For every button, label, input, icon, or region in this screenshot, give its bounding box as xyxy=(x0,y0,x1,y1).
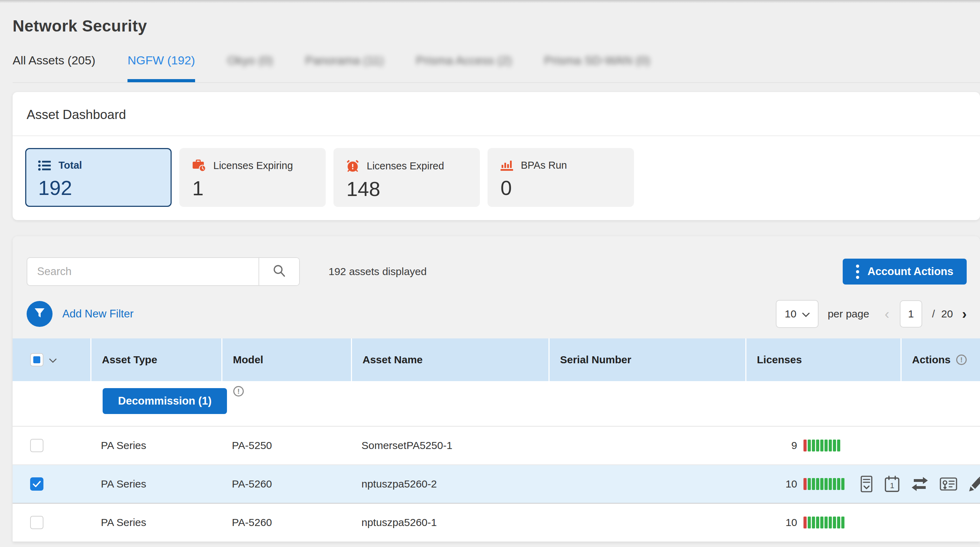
prev-page-icon[interactable]: ‹ xyxy=(885,306,889,322)
stat-value: 1 xyxy=(192,176,314,200)
license-count: 10 xyxy=(745,517,797,528)
asset-name-cell: nptuszpa5260-2 xyxy=(351,478,549,490)
actions-info-icon[interactable]: ! xyxy=(956,355,967,365)
top-edge-strip xyxy=(0,0,980,3)
page-separator: / xyxy=(932,308,935,320)
kebab-icon xyxy=(856,265,859,279)
table-toolbar: 192 assets displayed Account Actions xyxy=(13,236,980,286)
stat-label: Licenses Expiring xyxy=(213,160,293,171)
search-box xyxy=(27,257,300,286)
page-header: Network Security All Assets (205) NGFW (… xyxy=(0,3,980,83)
asset-type-cell: PA Series xyxy=(91,517,221,528)
tab-prisma-access[interactable]: Prisma Access (2) xyxy=(416,54,512,82)
select-all-cell xyxy=(13,338,91,381)
account-actions-button[interactable]: Account Actions xyxy=(843,258,967,285)
row-checkbox[interactable] xyxy=(30,439,43,452)
col-licenses[interactable]: Licenses xyxy=(745,338,900,381)
per-page-label: per page xyxy=(828,308,869,320)
network-security-page: Network Security All Assets (205) NGFW (… xyxy=(0,0,980,547)
select-menu-chevron-icon[interactable] xyxy=(49,354,57,366)
software-versions-icon[interactable] xyxy=(860,476,873,492)
table-header-row: Asset Type Model Asset Name Serial Numbe… xyxy=(13,338,980,381)
stat-label: BPAs Run xyxy=(521,160,567,171)
tab-okyo[interactable]: Okyo (0) xyxy=(228,54,273,82)
chevron-down-icon xyxy=(802,308,810,320)
bar-chart-icon xyxy=(501,160,513,171)
assets-displayed-text: 192 assets displayed xyxy=(329,266,426,277)
col-serial-number[interactable]: Serial Number xyxy=(549,338,745,381)
pagination: 10 per page ‹ / 20 › xyxy=(776,300,967,328)
stat-label: Total xyxy=(59,160,82,171)
alarm-clock-icon xyxy=(347,160,359,172)
decommission-info-icon[interactable]: ! xyxy=(233,386,244,396)
stat-value: 0 xyxy=(501,176,622,200)
tab-panorama[interactable]: Panorama (11) xyxy=(305,54,383,82)
stat-value: 192 xyxy=(38,176,160,200)
col-actions[interactable]: Actions ! xyxy=(900,338,980,381)
transfer-arrows-icon[interactable] xyxy=(911,477,929,491)
next-page-icon[interactable]: › xyxy=(962,306,967,322)
stat-card-total[interactable]: Total 192 xyxy=(25,148,172,207)
page-title: Network Security xyxy=(13,16,980,35)
per-page-select[interactable]: 10 xyxy=(776,300,819,328)
stat-cards: Total 192 Licenses Expiring 1 xyxy=(13,136,980,220)
table-row[interactable]: PA Series PA-5260 nptuszpa5260-2 10 1 xyxy=(13,465,980,504)
total-pages: 20 xyxy=(941,308,953,320)
row-checkbox[interactable] xyxy=(30,516,43,529)
asset-name-cell: nptuszpa5260-1 xyxy=(351,517,549,528)
edit-pencil-icon[interactable] xyxy=(969,476,980,492)
asset-type-cell: PA Series xyxy=(91,478,221,490)
license-bars xyxy=(803,439,840,452)
stat-card-bpas-run[interactable]: BPAs Run 0 xyxy=(488,148,634,207)
license-bars xyxy=(803,478,845,490)
toolbox-clock-icon xyxy=(192,160,205,171)
col-model[interactable]: Model xyxy=(221,338,351,381)
license-count: 10 xyxy=(745,478,797,490)
asset-tabs: All Assets (205) NGFW (192) Okyo (0) Pan… xyxy=(13,54,980,83)
filter-row: Add New Filter 10 per page ‹ / 20 › xyxy=(13,286,980,338)
funnel-icon xyxy=(34,308,45,320)
col-asset-name[interactable]: Asset Name xyxy=(351,338,549,381)
bulk-action-row: Decommission (1) ! xyxy=(13,381,980,427)
assets-table-card: 192 assets displayed Account Actions Add… xyxy=(13,236,980,542)
stat-card-licenses-expiring[interactable]: Licenses Expiring 1 xyxy=(179,148,326,207)
stat-label: Licenses Expired xyxy=(367,160,444,172)
license-certificate-icon[interactable] xyxy=(940,477,957,492)
calendar-date-icon[interactable]: 1 xyxy=(885,476,900,492)
tab-ngfw[interactable]: NGFW (192) xyxy=(127,54,195,82)
add-filter-button[interactable] xyxy=(27,301,52,327)
asset-type-cell: PA Series xyxy=(91,439,221,452)
page-number-input[interactable] xyxy=(900,300,922,328)
decommission-button[interactable]: Decommission (1) xyxy=(103,388,227,414)
model-cell: PA-5250 xyxy=(221,439,351,452)
select-all-checkbox[interactable] xyxy=(30,353,43,366)
row-actions: 1 xyxy=(860,476,980,492)
list-icon xyxy=(38,160,51,171)
asset-name-cell: SomersetPA5250-1 xyxy=(351,439,549,452)
search-icon xyxy=(272,264,286,279)
table-row[interactable]: PA Series PA-5260 nptuszpa5260-1 10 xyxy=(13,504,980,542)
table-row[interactable]: PA Series PA-5250 SomersetPA5250-1 9 xyxy=(13,427,980,465)
license-count: 9 xyxy=(745,439,797,452)
search-input[interactable] xyxy=(27,258,258,285)
model-cell: PA-5260 xyxy=(221,517,351,528)
stat-card-licenses-expired[interactable]: Licenses Expired 148 xyxy=(333,148,480,207)
tab-all-assets[interactable]: All Assets (205) xyxy=(13,54,95,82)
add-new-filter-link[interactable]: Add New Filter xyxy=(62,308,134,320)
col-asset-type[interactable]: Asset Type xyxy=(91,338,221,381)
row-checkbox[interactable] xyxy=(30,477,43,491)
license-bars xyxy=(803,517,845,528)
tab-prisma-sdwan[interactable]: Prisma SD-WAN (0) xyxy=(544,54,650,82)
model-cell: PA-5260 xyxy=(221,478,351,490)
asset-dashboard-card: Asset Dashboard Total 192 Licenses Expir… xyxy=(13,92,980,220)
asset-dashboard-title: Asset Dashboard xyxy=(13,92,980,136)
stat-value: 148 xyxy=(347,177,468,201)
search-button[interactable] xyxy=(258,258,299,285)
svg-text:1: 1 xyxy=(890,481,894,490)
